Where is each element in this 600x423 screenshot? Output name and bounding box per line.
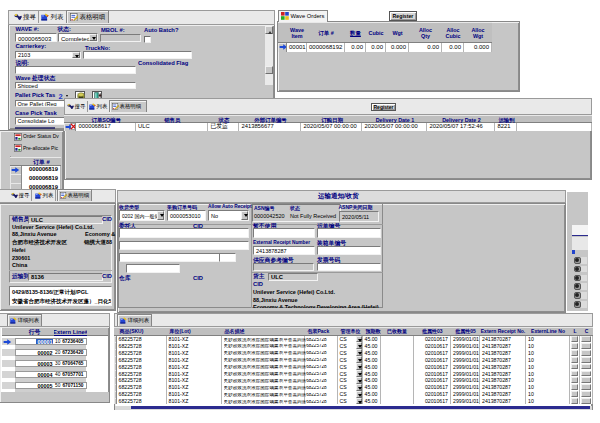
table-cell[interactable]: 45.00 [363,370,381,377]
ext-receipt-input[interactable]: 2413878287 [253,246,315,256]
table-cell[interactable]: CS [338,336,363,343]
table-cell[interactable]: 2413870287 [480,391,526,398]
table-cell[interactable] [381,384,414,391]
table-cell[interactable]: 10 [526,342,570,349]
table-cell[interactable] [570,363,580,370]
table-cell[interactable] [570,342,580,349]
tab-wave-list[interactable]: 列表 [39,11,67,23]
column-header[interactable]: Wgt [386,23,409,44]
table-cell[interactable] [517,123,592,131]
table-cell[interactable] [381,349,414,356]
extern-line-cell[interactable]: 50 67071150 [54,382,87,389]
table-row[interactable]: 682257288101-XZ奥妙超效洗衣液除菌除螨薰衣草香熏四倍6822572… [114,391,594,398]
table-row[interactable]: 00003 30 67064765 [2,360,108,371]
table-cell[interactable]: 10 [526,377,570,384]
line-no-cell[interactable]: 00003 [15,360,54,367]
table-cell[interactable] [570,377,580,384]
table-cell[interactable]: 45.00 [363,398,381,405]
tab-customer-search[interactable]: 搜寻 [9,190,32,201]
table-cell[interactable]: 10 [526,398,570,405]
table-cell[interactable] [381,370,414,377]
table-cell[interactable]: 奥妙超效洗衣液除菌除螨薰衣草香熏四倍68225728 [222,342,305,349]
line-no-cell[interactable]: 00005 [15,382,54,389]
order-number-cell[interactable]: 000006819 [22,174,61,183]
table-row[interactable]: 00004 40 67057701 [2,371,108,382]
waybill-input[interactable] [317,228,381,238]
column-header[interactable]: WaveItem [287,23,307,44]
table-cell[interactable]: 10 [526,370,570,377]
table-cell[interactable]: 02010617 [414,370,452,377]
table-cell[interactable]: 2999/01/01 [451,336,480,343]
table-cell[interactable]: 10 [526,384,570,391]
table-cell[interactable]: 奥妙超效洗衣液除菌除螨薰衣草香熏四倍68225728 [222,336,305,343]
chevron-down-icon[interactable] [356,356,362,363]
table-cell[interactable]: 68225728 [117,391,167,398]
packing-list-input[interactable] [317,246,381,256]
table-cell[interactable]: 68225728 [117,336,167,343]
table-cell[interactable]: 8101-XZ [167,356,222,363]
table-cell[interactable]: 02010617 [414,336,452,343]
table-cell[interactable]: 奥妙超效洗衣液除菌除螨薰衣草香熏四倍68225728 [222,384,305,391]
table-cell[interactable]: 68225728 [117,342,167,349]
column-header[interactable] [278,23,287,44]
order-number-cell[interactable]: 000006819 [22,166,61,175]
table-cell[interactable]: 0.000 [386,43,409,53]
tab-wave-search[interactable]: 搜寻 [11,11,39,23]
table-cell[interactable] [580,398,593,405]
table-row[interactable]: 682257288101-XZ奥妙超效洗衣液除菌除螨薰衣草香熏四倍6822572… [114,370,594,377]
table-cell[interactable]: 10 [526,363,570,370]
table-cell[interactable]: 8221 [495,123,517,131]
table-cell[interactable]: CS [338,342,363,349]
hold-input[interactable] [253,228,315,238]
table-cell[interactable]: 0.00 [442,43,464,53]
table-cell[interactable]: 45.00 [363,384,381,391]
preallocate-link[interactable]: Pre-allocate Pic [14,144,62,153]
supplier-ref-input[interactable] [253,263,314,272]
table-cell[interactable] [570,370,580,377]
order-status-link[interactable]: Order Status Dv [14,133,62,142]
table-cell[interactable]: 2020/05/07 00:00:00 [362,123,427,131]
table-cell[interactable]: 已发运 [208,123,239,131]
table-cell[interactable]: 68225728 [117,377,167,384]
table-cell[interactable] [278,43,287,53]
table-cell[interactable] [580,336,593,343]
table-cell[interactable]: 2413870287 [480,370,526,377]
chevron-down-icon[interactable] [72,52,80,58]
table-cell[interactable]: 2413856677 [239,123,301,131]
table-cell[interactable]: 2413870287 [480,349,526,356]
table-cell[interactable]: 02010617 [414,363,452,370]
table-cell[interactable] [580,349,593,356]
chevron-down-icon[interactable] [356,391,362,398]
table-row[interactable]: 682257288101-XZ奥妙超效洗衣液除菌除螨薰衣草香熏四倍6822572… [114,356,594,363]
line-no-cell[interactable]: 00001 [15,338,54,345]
table-cell[interactable]: 奥妙超效洗衣液除菌除螨薰衣草香熏四倍68225728 [222,363,305,370]
table-cell[interactable]: 奥妙超效洗衣液除菌除螨薰衣草香熏四倍68225728 [222,356,305,363]
po-input[interactable]: 0000053010 [167,210,206,221]
table-cell[interactable]: 2413870287 [480,342,526,349]
table-cell[interactable] [570,391,580,398]
consignor-input4[interactable] [219,253,236,263]
tab-orders-formdetail[interactable]: 表格明细 [109,100,147,112]
table-cell[interactable]: 0.00 [366,43,386,53]
status-select[interactable]: Completed [58,33,98,42]
table-cell[interactable]: 68225728 [117,349,167,356]
table-cell[interactable]: CS [338,384,363,391]
chevron-down-icon[interactable] [356,349,362,356]
table-row[interactable]: 682257288101-XZ奥妙超效洗衣液除菌除螨薰衣草香熏四倍6822572… [114,363,594,370]
row-marker[interactable] [10,174,22,183]
receipt-type-select[interactable]: 0202 国内一般储 [119,210,165,221]
table-cell[interactable]: 45.00 [363,363,381,370]
table-cell[interactable]: 45.00 [363,391,381,398]
row-marker[interactable] [2,338,15,345]
table-cell[interactable]: 2999/01/01 [451,391,480,398]
chevron-down-icon[interactable] [356,370,362,377]
tab-orders-search[interactable]: 搜寻 [65,101,88,112]
table-cell[interactable]: 奥妙超效洗衣液除菌除螨薰衣草香熏四倍68225728 [222,377,305,384]
table-cell[interactable]: ULC [136,123,209,131]
table-row[interactable]: 682257288101-XZ奥妙超效洗衣液除菌除螨薰衣草香熏四倍6822572… [114,349,594,356]
row-marker[interactable] [2,349,15,356]
table-cell[interactable]: 8101-XZ [167,377,222,384]
truckno-input[interactable] [83,51,192,59]
table-cell[interactable]: 10 [526,336,570,343]
table-cell[interactable]: 2413870287 [480,384,526,391]
